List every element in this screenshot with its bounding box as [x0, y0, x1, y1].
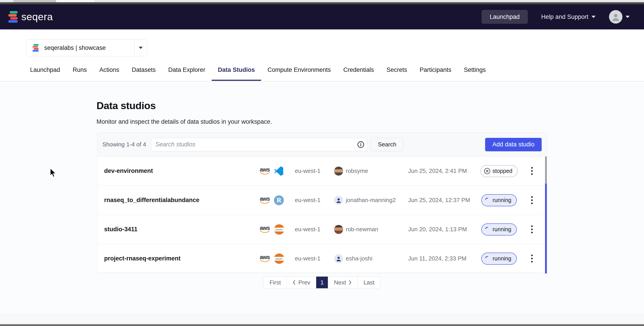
search-button[interactable]: Search	[371, 138, 403, 151]
workspace-dropdown-toggle[interactable]	[134, 40, 147, 56]
platform-icons: aws	[258, 166, 295, 176]
bottom-edge-strip	[0, 324, 644, 326]
timestamp: Jun 25, 2024, 2:41 PM	[408, 167, 481, 174]
table-row: studio-3411 aws jupyter eu-west-1 rob-ne…	[98, 215, 546, 244]
seqera-logo[interactable]: seqera	[8, 11, 53, 23]
user-avatar	[334, 225, 343, 234]
table-row: rnaseq_to_differentialabundance aws R eu…	[98, 186, 546, 215]
table-row: dev-environment aws eu-west-1 robsyme Ju…	[98, 156, 546, 186]
workspace-name: seqeralabs | showcase	[44, 45, 106, 52]
tab-settings[interactable]: Settings	[458, 63, 492, 79]
pagination-next-label: Next	[334, 279, 346, 286]
timestamp: Jun 25, 2024, 12:37 PM	[408, 197, 481, 204]
aws-wordmark: aws	[260, 167, 270, 172]
browser-edge-segment	[14, 0, 56, 2]
actions-cell	[517, 192, 546, 208]
status-label: running	[492, 255, 511, 262]
user-menu[interactable]	[609, 10, 630, 24]
studio-name[interactable]: dev-environment	[104, 167, 258, 174]
user-cell: rob-newman	[334, 225, 408, 234]
top-navbar: seqera Launchpad Help and Support	[0, 4, 644, 30]
status-cell: running	[481, 194, 517, 206]
pagination-last[interactable]: Last	[358, 277, 380, 288]
seqera-logo-icon	[8, 11, 18, 23]
status-badge: stopped	[480, 165, 518, 177]
spinner-icon	[485, 226, 490, 232]
aws-smile	[260, 230, 270, 233]
table-toolbar: Showing 1-4 of 4 Search Add data studio	[98, 133, 546, 156]
status-label: running	[492, 197, 511, 203]
chevron-down-icon	[626, 16, 630, 18]
screen: seqera Launchpad Help and Support	[0, 0, 644, 326]
pagination-prev[interactable]: Prev	[286, 277, 316, 288]
user-avatar	[334, 254, 343, 263]
user-avatar	[334, 167, 343, 176]
tab-launchpad[interactable]: Launchpad	[24, 63, 66, 79]
user-avatar	[334, 196, 343, 205]
aws-smile	[260, 201, 270, 204]
status-cell: stopped	[481, 165, 517, 177]
pagination-first[interactable]: First	[264, 277, 287, 288]
studio-name[interactable]: project-rnaseq-experiment	[104, 255, 258, 262]
browser-edge-segment	[56, 0, 94, 2]
kebab-icon	[531, 225, 533, 227]
timestamp: Jun 20, 2024, 1:13 PM	[408, 226, 481, 233]
workspace-selector[interactable]: seqeralabs | showcase	[26, 39, 147, 56]
aws-smile	[260, 259, 270, 262]
row-menu-button[interactable]	[527, 192, 537, 208]
status-badge: running	[481, 194, 516, 206]
help-support-menu[interactable]: Help and Support	[541, 14, 596, 21]
spinner-icon	[485, 256, 490, 261]
row-menu-button[interactable]	[527, 222, 537, 237]
person-icon	[335, 255, 342, 262]
username: esha-joshi	[346, 255, 372, 262]
scrollbar-thumb[interactable]	[545, 156, 547, 184]
status-badge: running	[481, 253, 516, 265]
chevron-right-icon	[349, 280, 352, 285]
launchpad-nav-button[interactable]: Launchpad	[482, 10, 528, 24]
kebab-icon	[531, 196, 533, 198]
timestamp: Jun 11, 2024, 2:33 PM	[408, 255, 481, 262]
workspace-tabs: Launchpad Runs Actions Datasets Data Exp…	[24, 63, 492, 79]
page-subtitle: Monitor and inspect the details of data …	[96, 118, 272, 125]
tab-compute-environments[interactable]: Compute Environments	[261, 63, 337, 79]
studio-name[interactable]: rnaseq_to_differentialabundance	[104, 197, 258, 204]
user-avatar	[609, 10, 622, 24]
tab-data-explorer[interactable]: Data Explorer	[162, 63, 212, 79]
aws-wordmark: aws	[260, 225, 270, 231]
status-badge: running	[481, 223, 516, 235]
tab-actions[interactable]: Actions	[93, 63, 126, 79]
help-support-label: Help and Support	[541, 14, 588, 21]
platform-icons: aws jupyter	[258, 253, 295, 264]
pagination-prev-label: Prev	[298, 279, 310, 286]
aws-icon: aws	[259, 167, 270, 175]
tab-participants[interactable]: Participants	[413, 63, 458, 79]
tab-credentials[interactable]: Credentials	[337, 63, 380, 79]
chevron-left-icon	[292, 280, 296, 285]
search-info-toggle[interactable]	[354, 138, 367, 151]
aws-smile	[260, 172, 270, 175]
row-menu-button[interactable]	[527, 251, 537, 266]
search-input[interactable]	[151, 138, 354, 151]
pagination-current-page[interactable]: 1	[316, 277, 328, 288]
pagination-next[interactable]: Next	[328, 277, 357, 288]
studio-name[interactable]: studio-3411	[104, 226, 258, 233]
browser-chrome-strip	[0, 2, 644, 4]
chevron-down-icon	[139, 47, 143, 49]
chevron-down-icon	[592, 16, 596, 18]
aws-icon: aws	[259, 225, 270, 233]
jupyter-wordmark: jupyter	[274, 257, 284, 261]
browser-edge-strip	[0, 0, 644, 2]
region: eu-west-1	[295, 197, 334, 204]
mouse-cursor	[49, 168, 57, 178]
tab-runs[interactable]: Runs	[66, 63, 93, 79]
scrollbar-track[interactable]	[545, 184, 547, 273]
row-menu-button[interactable]	[527, 163, 537, 179]
add-data-studio-button[interactable]: Add data studio	[485, 138, 542, 151]
tab-secrets[interactable]: Secrets	[380, 63, 414, 79]
username: robsyme	[346, 167, 368, 174]
tab-datasets[interactable]: Datasets	[126, 63, 162, 79]
workspace-selected: seqeralabs | showcase	[27, 44, 134, 52]
page-title: Data studios	[96, 100, 156, 112]
tab-data-studios[interactable]: Data Studios	[212, 63, 261, 79]
